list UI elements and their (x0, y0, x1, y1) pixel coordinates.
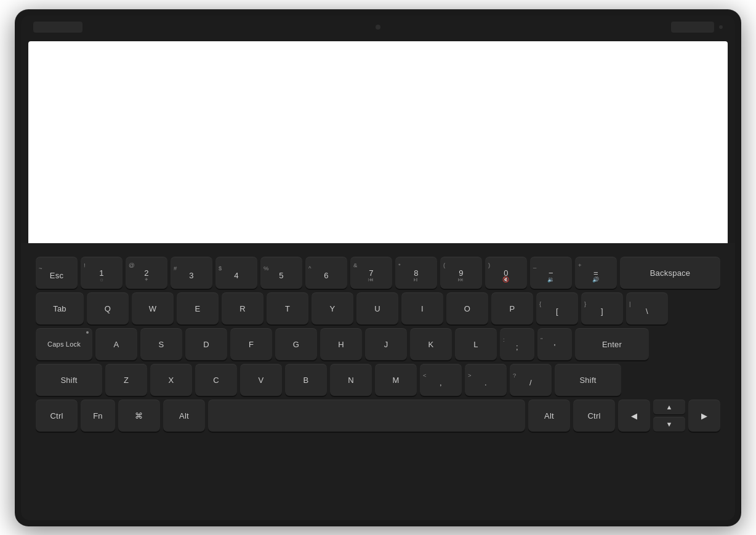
key-d[interactable]: D (185, 328, 227, 360)
key-a[interactable]: A (95, 328, 137, 360)
key-o[interactable]: O (446, 292, 488, 324)
key-period[interactable]: > . (465, 364, 507, 396)
key-tab[interactable]: Tab (36, 292, 84, 324)
key-b[interactable]: B (285, 364, 327, 396)
key-cmd[interactable]: ⌘ (118, 400, 160, 432)
key-m[interactable]: M (375, 364, 417, 396)
key-6[interactable]: ^ 6 (305, 257, 347, 289)
key-alt-right[interactable]: Alt (528, 400, 570, 432)
key-rbracket[interactable]: } ] (581, 292, 623, 324)
key-x[interactable]: X (150, 364, 192, 396)
key-fn[interactable]: Fn (81, 400, 115, 432)
key-5[interactable]: % 5 (260, 257, 302, 289)
key-ctrl-left[interactable]: Ctrl (36, 400, 78, 432)
key-k[interactable]: K (410, 328, 452, 360)
key-quote[interactable]: " ' (537, 328, 572, 360)
key-1[interactable]: ! 1 ☼ (81, 257, 123, 289)
key-q[interactable]: Q (87, 292, 129, 324)
tablet-button-right (671, 22, 723, 33)
key-alt-left[interactable]: Alt (163, 400, 205, 432)
key-f[interactable]: F (230, 328, 272, 360)
key-equals[interactable]: + = 🔊 (575, 257, 617, 289)
key-esc[interactable]: ~ Esc (36, 257, 78, 289)
key-3[interactable]: # 3 (171, 257, 212, 289)
key-c[interactable]: C (195, 364, 237, 396)
key-j[interactable]: J (365, 328, 407, 360)
camera-icon (376, 25, 380, 30)
keyboard-section: ~ Esc ! 1 ☼ @ 2 ✦ # 3 $ 4 % (21, 243, 735, 520)
key-t[interactable]: T (267, 292, 308, 324)
key-slash[interactable]: ? / (510, 364, 552, 396)
key-8[interactable]: * 8 ⏯ (395, 257, 437, 289)
key-u[interactable]: U (356, 292, 398, 324)
key-p[interactable]: P (491, 292, 533, 324)
qwerty-row: Tab Q W E R T Y U I O P { [ } ] | \ (36, 292, 720, 324)
key-9[interactable]: ( 9 ⏭ (440, 257, 482, 289)
caps-lock-indicator (86, 331, 89, 334)
asdf-row: Caps Lock A S D F G H J K L : ; " ' Ente… (36, 328, 720, 360)
key-caps-lock[interactable]: Caps Lock (36, 328, 92, 360)
key-r[interactable]: R (222, 292, 263, 324)
fn-row: Ctrl Fn ⌘ Alt Alt Ctrl ◀ ▲ ▼ (36, 400, 720, 432)
key-0[interactable]: ) 0 🔇 (485, 257, 527, 289)
key-v[interactable]: V (240, 364, 282, 396)
key-comma[interactable]: < , (420, 364, 462, 396)
tablet-section (21, 15, 735, 243)
key-w[interactable]: W (132, 292, 174, 324)
key-4[interactable]: $ 4 (215, 257, 257, 289)
key-h[interactable]: H (320, 328, 362, 360)
tablet-screen (28, 41, 728, 243)
key-minus[interactable]: _ − 🔉 (530, 257, 572, 289)
key-shift-right[interactable]: Shift (555, 364, 621, 396)
key-ctrl-right[interactable]: Ctrl (573, 400, 615, 432)
key-y[interactable]: Y (312, 292, 353, 324)
key-semicolon[interactable]: : ; (500, 328, 534, 360)
tablet-button-left (33, 22, 82, 33)
number-row: ~ Esc ! 1 ☼ @ 2 ✦ # 3 $ 4 % (36, 257, 720, 289)
tablet-dot (719, 25, 723, 29)
key-z[interactable]: Z (105, 364, 147, 396)
key-arrow-left[interactable]: ◀ (618, 400, 650, 432)
key-7[interactable]: & 7 ⏮ (350, 257, 392, 289)
key-2[interactable]: @ 2 ✦ (126, 257, 167, 289)
key-g[interactable]: G (275, 328, 317, 360)
arrow-up-down-stack: ▲ ▼ (653, 400, 685, 432)
device-wrapper: ~ Esc ! 1 ☼ @ 2 ✦ # 3 $ 4 % (15, 9, 741, 526)
key-arrow-right[interactable]: ▶ (688, 400, 720, 432)
key-shift-left[interactable]: Shift (36, 364, 102, 396)
key-space[interactable] (208, 400, 525, 432)
tablet-btn-pill (671, 22, 714, 33)
key-arrow-up[interactable]: ▲ (653, 400, 685, 414)
key-backspace[interactable]: Backspace (620, 257, 720, 289)
zxcv-row: Shift Z X C V B N M < , > . ? / Shift (36, 364, 720, 396)
key-arrow-down[interactable]: ▼ (653, 417, 685, 432)
key-i[interactable]: I (401, 292, 443, 324)
key-e[interactable]: E (177, 292, 219, 324)
key-enter[interactable]: Enter (575, 328, 649, 360)
key-l[interactable]: L (455, 328, 497, 360)
tablet-top-bar (21, 15, 735, 39)
key-pipe[interactable]: | \ (626, 292, 668, 324)
key-n[interactable]: N (330, 364, 372, 396)
key-s[interactable]: S (140, 328, 182, 360)
key-lbracket[interactable]: { [ (536, 292, 578, 324)
